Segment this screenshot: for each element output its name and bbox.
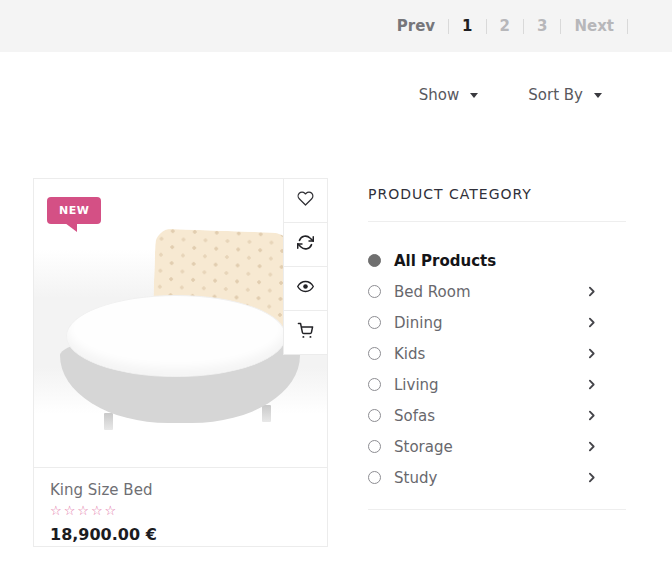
category-study[interactable]: Study (368, 462, 626, 493)
eye-icon (297, 278, 314, 299)
sort-by-dropdown[interactable]: Sort By (528, 86, 602, 104)
chevron-right-icon[interactable] (585, 471, 598, 484)
pagination-page-2[interactable]: 2 (500, 17, 510, 35)
radio-icon[interactable] (368, 440, 381, 453)
product-title[interactable]: King Size Bed (50, 481, 311, 499)
category-label: Living (394, 376, 439, 394)
cart-icon (297, 322, 314, 343)
radio-icon[interactable] (368, 347, 381, 360)
category-kids[interactable]: Kids (368, 338, 626, 369)
category-sidebar: PRODUCT CATEGORY All Products Bed Room D… (368, 178, 626, 547)
divider (368, 509, 626, 510)
radio-icon[interactable] (368, 378, 381, 391)
quick-view-button[interactable] (283, 267, 327, 311)
divider (368, 221, 626, 222)
category-label: Dining (394, 314, 442, 332)
category-sofas[interactable]: Sofas (368, 400, 626, 431)
category-label: Kids (394, 345, 425, 363)
category-all-products[interactable]: All Products (368, 245, 626, 276)
category-label: Storage (394, 438, 453, 456)
pagination-page-1[interactable]: 1 (462, 17, 472, 35)
main-content: NEW (0, 178, 672, 547)
compare-button[interactable] (283, 223, 327, 267)
sort-by-dropdown-label: Sort By (528, 86, 583, 104)
pagination-page-3[interactable]: 3 (537, 17, 547, 35)
new-badge: NEW (47, 197, 101, 224)
category-label: Bed Room (394, 283, 471, 301)
product-action-rail (283, 179, 327, 355)
category-label: All Products (394, 252, 496, 270)
category-storage[interactable]: Storage (368, 431, 626, 462)
listing-toolbar: Show Sort By (0, 82, 672, 108)
product-info: King Size Bed ☆☆☆☆☆ 18,900.00 € (34, 467, 327, 548)
divider (560, 19, 561, 34)
divider (448, 19, 449, 34)
bed-mattress-graphic (66, 295, 286, 377)
product-card: NEW (33, 178, 328, 547)
radio-icon[interactable] (368, 285, 381, 298)
pagination-bar: Prev 1 2 3 Next (0, 0, 672, 52)
chevron-right-icon[interactable] (585, 347, 598, 360)
radio-selected-icon[interactable] (368, 254, 381, 267)
heart-icon (297, 190, 314, 211)
rating-stars: ☆☆☆☆☆ (50, 503, 311, 518)
pagination-prev[interactable]: Prev (397, 17, 435, 35)
show-dropdown-label: Show (419, 86, 459, 104)
category-label: Study (394, 469, 437, 487)
show-dropdown[interactable]: Show (419, 86, 478, 104)
chevron-right-icon[interactable] (585, 316, 598, 329)
wishlist-button[interactable] (283, 179, 327, 223)
radio-icon[interactable] (368, 409, 381, 422)
chevron-down-icon (470, 93, 478, 98)
product-price: 18,900.00 € (50, 525, 311, 544)
add-to-cart-button[interactable] (283, 311, 327, 355)
category-label: Sofas (394, 407, 435, 425)
chevron-down-icon (594, 93, 602, 98)
pagination-next[interactable]: Next (574, 17, 614, 35)
bed-leg-graphic (262, 405, 271, 422)
chevron-right-icon[interactable] (585, 285, 598, 298)
divider (627, 19, 628, 34)
divider (523, 19, 524, 34)
radio-icon[interactable] (368, 471, 381, 484)
category-list: All Products Bed Room Dining Kids (368, 245, 626, 493)
sidebar-title: PRODUCT CATEGORY (368, 186, 626, 202)
bed-leg-graphic (104, 413, 113, 430)
pagination: Prev 1 2 3 Next (397, 17, 628, 35)
category-dining[interactable]: Dining (368, 307, 626, 338)
category-bed-room[interactable]: Bed Room (368, 276, 626, 307)
chevron-right-icon[interactable] (585, 409, 598, 422)
radio-icon[interactable] (368, 316, 381, 329)
category-living[interactable]: Living (368, 369, 626, 400)
chevron-right-icon[interactable] (585, 440, 598, 453)
refresh-icon (297, 234, 314, 255)
chevron-right-icon[interactable] (585, 378, 598, 391)
divider (486, 19, 487, 34)
